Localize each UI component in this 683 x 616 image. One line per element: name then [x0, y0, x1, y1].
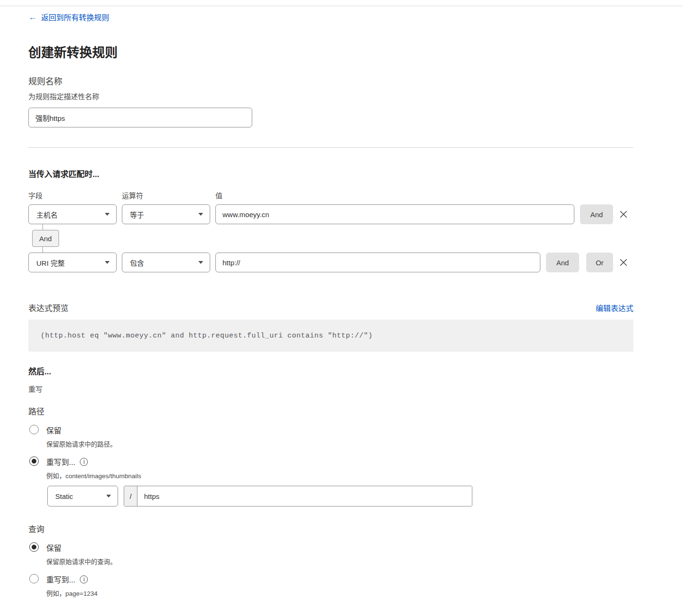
rule-name-label: 规则名称	[28, 75, 633, 87]
rewrite-path-field: /	[124, 486, 472, 506]
remove-condition-button[interactable]	[613, 258, 633, 267]
remove-condition-button[interactable]	[613, 210, 633, 219]
connector-line	[43, 247, 43, 253]
radio-option-description: 例如，content/images/thumbnails	[46, 471, 472, 480]
info-icon[interactable]: i	[80, 458, 88, 466]
caret-down-icon	[105, 213, 110, 216]
operator-column-label: 运算符	[122, 190, 215, 200]
condition-column-headers: 字段 运算符 值	[28, 190, 633, 200]
add-and-condition-button[interactable]: And	[580, 204, 613, 224]
back-to-rules-link[interactable]: ← 返回到所有转换规则	[28, 11, 109, 23]
expression-header: 表达式预览 编辑表达式	[28, 302, 633, 313]
field-column-label: 字段	[28, 190, 122, 200]
radio-option-label: 重写到...	[46, 574, 75, 585]
caret-down-icon	[105, 261, 110, 264]
radio-checked[interactable]	[29, 542, 39, 552]
expression-code: (http.host eq "www.moeyy.cn" and http.re…	[41, 332, 373, 340]
then-section-heading: 然后...	[28, 365, 633, 377]
operator-select-value: 包含	[130, 258, 144, 268]
query-group-label: 查询	[28, 523, 633, 534]
caret-down-icon	[198, 261, 203, 264]
edit-expression-link[interactable]: 编辑表达式	[596, 302, 633, 313]
value-column-label: 值	[215, 190, 633, 200]
path-group-label: 路径	[28, 405, 633, 417]
path-preserve-option: 保留 保留原始请求中的路径。	[28, 424, 633, 448]
radio-unchecked[interactable]	[29, 425, 39, 434]
radio-option-label: 保留	[46, 542, 61, 553]
field-select[interactable]: URI 完整	[28, 253, 117, 272]
condition-value-input[interactable]	[215, 253, 540, 272]
path-prefix-slash: /	[124, 486, 137, 506]
expression-preview-box: (http.host eq "www.moeyy.cn" and http.re…	[28, 320, 633, 352]
field-select[interactable]: 主机名	[28, 204, 117, 224]
rewrite-type-select[interactable]: Static	[47, 486, 118, 506]
section-divider	[28, 147, 633, 148]
match-section-heading: 当传入请求匹配时...	[28, 168, 633, 179]
query-preserve-option: 保留 保留原始请求中的查询。	[28, 542, 633, 566]
close-icon	[619, 258, 628, 267]
radio-checked[interactable]	[29, 456, 39, 466]
query-rewrite-option: 重写到... i 例如，page=1234	[28, 574, 633, 598]
caret-down-icon	[198, 213, 203, 216]
rule-name-input[interactable]	[28, 108, 252, 127]
radio-option-description: 例如，page=1234	[46, 588, 97, 598]
page-top-divider	[0, 0, 683, 6]
radio-option-label: 保留	[46, 424, 61, 436]
connector-and-button[interactable]: And	[32, 230, 59, 247]
rewrite-path-input[interactable]	[137, 486, 472, 506]
field-select-value: URI 完整	[36, 258, 65, 268]
connector-line	[43, 224, 43, 230]
back-link-label: 返回到所有转换规则	[41, 11, 109, 23]
radio-option-label: 重写到...	[46, 456, 75, 467]
rule-name-description: 为规则指定描述性名称	[28, 91, 633, 101]
condition-connector: And	[32, 224, 633, 253]
path-rewrite-controls: Static /	[47, 486, 472, 506]
rewrite-type-value: Static	[55, 492, 73, 500]
condition-value-input[interactable]	[215, 204, 574, 224]
expression-preview-label: 表达式预览	[28, 302, 68, 313]
radio-unchecked[interactable]	[29, 574, 39, 583]
condition-row: URI 完整 包含 And Or	[28, 253, 633, 272]
close-icon	[619, 210, 628, 219]
path-rewrite-option: 重写到... i 例如，content/images/thumbnails St…	[28, 456, 633, 506]
caret-down-icon	[106, 495, 111, 498]
radio-option-description: 保留原始请求中的路径。	[46, 439, 117, 448]
field-select-value: 主机名	[36, 210, 58, 219]
condition-row: 主机名 等于 And	[28, 204, 633, 224]
page-title: 创建新转换规则	[28, 42, 633, 61]
info-icon[interactable]: i	[80, 575, 88, 583]
add-and-condition-button[interactable]: And	[546, 253, 579, 272]
add-or-condition-button[interactable]: Or	[586, 253, 613, 272]
radio-option-description: 保留原始请求中的查询。	[46, 557, 117, 566]
operator-select[interactable]: 等于	[122, 204, 210, 224]
action-type-label: 重写	[28, 384, 633, 394]
operator-select[interactable]: 包含	[122, 253, 210, 272]
back-arrow-icon: ←	[28, 13, 37, 21]
main-content: ← 返回到所有转换规则 创建新转换规则 规则名称 为规则指定描述性名称 当传入请…	[0, 6, 683, 616]
operator-select-value: 等于	[130, 210, 144, 219]
